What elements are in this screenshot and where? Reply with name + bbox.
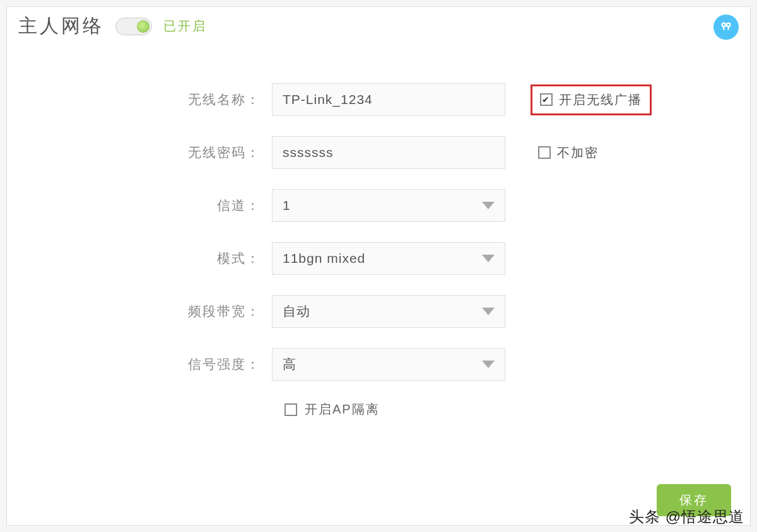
toggle-status-label: 已开启 <box>163 18 207 35</box>
signal-row: 信号强度： 高 <box>7 348 750 381</box>
broadcast-option[interactable]: ✔ 开启无线广播 <box>531 84 652 115</box>
channel-row: 信道： 1 <box>7 189 750 222</box>
toggle-knob-icon <box>137 20 150 33</box>
ssid-label: 无线名称： <box>7 91 272 108</box>
ssid-row: 无线名称： TP-Link_1234 ✔ 开启无线广播 <box>7 83 750 116</box>
ap-isolation-label: 开启AP隔离 <box>305 401 380 418</box>
wireless-settings-panel: 主人网络 已开启 无线名称： TP-Link_1234 ✔ 开启无线广播 无线密… <box>6 6 751 526</box>
bandwidth-label: 频段带宽： <box>7 303 272 320</box>
noencrypt-label: 不加密 <box>557 144 599 161</box>
chevron-down-icon <box>482 202 495 209</box>
chevron-down-icon <box>482 308 495 315</box>
password-input[interactable]: sssssss <box>272 136 505 169</box>
page-title: 主人网络 <box>18 13 104 39</box>
help-icon[interactable] <box>713 14 739 40</box>
password-row: 无线密码： sssssss 不加密 <box>7 136 750 169</box>
bandwidth-row: 频段带宽： 自动 <box>7 295 750 328</box>
noencrypt-option[interactable]: 不加密 <box>531 139 606 166</box>
ap-isolation-option[interactable]: 开启AP隔离 <box>285 401 750 418</box>
password-value: sssssss <box>283 145 334 160</box>
broadcast-checkbox[interactable]: ✔ <box>540 93 553 106</box>
signal-label: 信号强度： <box>7 356 272 373</box>
broadcast-label: 开启无线广播 <box>559 91 642 108</box>
ssid-value: TP-Link_1234 <box>283 92 373 107</box>
chevron-down-icon <box>482 361 495 368</box>
bandwidth-value: 自动 <box>283 303 310 320</box>
signal-select[interactable]: 高 <box>272 348 505 381</box>
password-label: 无线密码： <box>7 144 272 161</box>
ap-isolation-checkbox[interactable] <box>285 403 297 416</box>
mode-row: 模式： 11bgn mixed <box>7 242 750 275</box>
noencrypt-checkbox[interactable] <box>538 146 551 159</box>
save-button[interactable]: 保存 <box>657 484 731 516</box>
network-toggle[interactable] <box>115 18 152 35</box>
mode-select[interactable]: 11bgn mixed <box>272 242 505 275</box>
channel-select[interactable]: 1 <box>272 189 505 222</box>
channel-value: 1 <box>283 198 291 213</box>
mode-value: 11bgn mixed <box>283 251 365 266</box>
mode-label: 模式： <box>7 250 272 267</box>
signal-value: 高 <box>283 356 296 373</box>
panel-header: 主人网络 已开启 <box>7 7 750 45</box>
bandwidth-select[interactable]: 自动 <box>272 295 505 328</box>
channel-label: 信道： <box>7 197 272 214</box>
chevron-down-icon <box>482 255 495 262</box>
ssid-input[interactable]: TP-Link_1234 <box>272 83 505 116</box>
wireless-form: 无线名称： TP-Link_1234 ✔ 开启无线广播 无线密码： ssssss… <box>7 83 750 418</box>
